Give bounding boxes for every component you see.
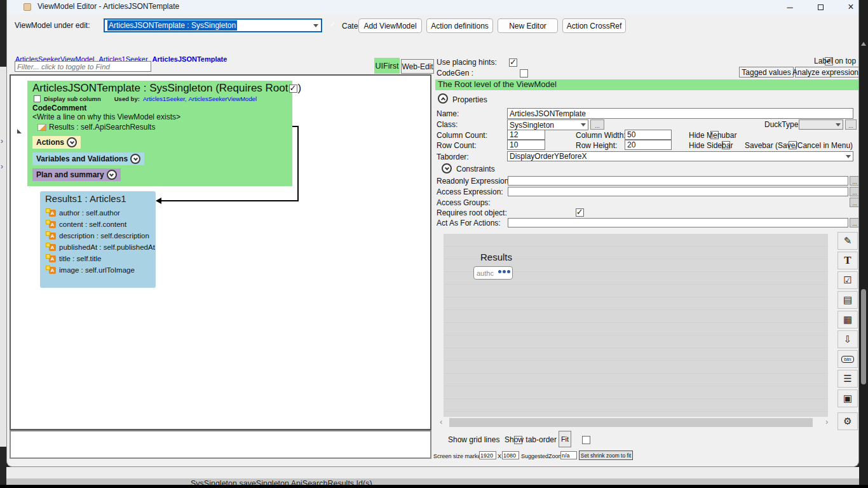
field-text: image : self.urlToImage [59,266,135,274]
suggested-zoom-input[interactable] [560,451,577,459]
class-browse-button[interactable]: ... [590,119,604,130]
row-height-input[interactable] [625,140,672,150]
plan-section-chip[interactable]: Plan and summary [32,168,121,181]
checkbox-tool-icon[interactable]: ☑ [837,271,858,289]
preview-field-text: authc [477,269,494,277]
class-select[interactable]: SysSingleton [507,119,588,130]
row-count-input[interactable] [507,140,545,150]
constraints-collapse-button[interactable] [442,163,452,173]
layout-preview[interactable]: Results authc [444,234,828,417]
results-block[interactable]: Results1 : Articles1 Aauthor : self.auth… [40,191,156,288]
codegen-checkbox[interactable] [520,69,528,78]
access-expression-input[interactable] [508,187,848,196]
screen-bottom-bar [0,485,868,488]
results-reference-row[interactable]: Results : self.ApiSearchResults [37,123,287,132]
field-row-author[interactable]: Aauthor : self.author [45,207,151,219]
ducktype-browse-button[interactable]: ... [845,119,857,130]
tagged-values-button[interactable]: Tagged values [739,67,794,78]
name-label: Name: [437,109,459,118]
field-row-description[interactable]: Adescription : self.description [45,230,151,241]
requires-root-checkbox[interactable] [289,85,297,93]
drag-handle-dots-icon[interactable] [497,270,510,273]
object-tool-icon[interactable]: ▣ [837,390,858,407]
access-expression-browse-button[interactable]: ... [850,187,859,196]
image-drop-icon: ⇩ [844,334,852,345]
readonly-expression-label: Readonly Expression: [437,177,511,186]
display-sub-column-label: Display sub column [44,95,101,102]
dropdown-tool-icon[interactable]: ▤ [837,291,858,309]
field-row-publishedat[interactable]: ApublishedAt : self.publishedAt [45,241,151,253]
chevron-down-icon [836,123,841,126]
column-count-input[interactable] [507,130,545,140]
root-viewmodel-block[interactable]: ArticlesJSONTemplate : SysSingleton (Req… [27,81,292,186]
button-tool-icon[interactable]: btn [837,350,858,368]
set-shrink-zoom-button[interactable]: Set shrink zoom to fit [579,451,633,460]
pencil-icon: ✎ [844,235,852,247]
add-viewmodel-button[interactable]: Add ViewModel [358,18,422,33]
background-window-strip [6,467,859,478]
use-placing-hints-label: Use placing hints: [437,58,497,67]
access-groups-browse-button[interactable]: ... [850,198,859,207]
field-row-title[interactable]: Atitle : self.title [45,253,151,264]
horizontal-scrollbar[interactable] [449,418,813,427]
used-by-link-articles1seeker[interactable]: Articles1Seeker, [143,95,187,102]
name-input[interactable] [507,108,853,119]
scroll-left-arrow[interactable]: ‹ [440,417,442,426]
used-by-link-articlesseekerviewmodel[interactable]: ArticlesSeekerViewModel [189,95,257,102]
plan-expand-button[interactable] [107,170,117,180]
preview-field-chip[interactable]: authc [473,266,513,280]
close-button[interactable]: × [836,0,859,14]
calendar-tool-icon[interactable]: ▦ [837,311,858,329]
readonly-expression-browse-button[interactable]: ... [850,176,859,186]
settings-tool-icon[interactable]: ⚙ [837,412,858,430]
requires-root-object-checkbox[interactable] [576,208,584,217]
uifirst-button[interactable]: UIFirst [374,58,400,74]
fit-button[interactable]: Fit [559,431,571,447]
marker-width-input[interactable] [479,451,496,459]
variables-section-chip[interactable]: Variables and Validations [32,152,144,165]
filter-input[interactable] [15,61,151,72]
maximize-button[interactable] [806,0,835,14]
readonly-expression-input[interactable] [508,176,848,186]
taborder-select[interactable]: DisplayOrderYBeforeX [507,151,853,161]
field-row-content[interactable]: Acontent : self.content [45,219,151,230]
edge-expand-chevron[interactable]: › [1,162,3,171]
chevron-down-icon [313,24,318,27]
image-tool-icon[interactable]: ⇩ [837,330,858,348]
variables-expand-button[interactable] [130,154,140,164]
column-width-input[interactable] [625,130,672,140]
breadcrumb-link-articlesjsontemplate[interactable]: ArticlesJSONTemplate [153,55,227,63]
analyze-expressions-button[interactable]: Analyze expressions [795,67,859,78]
minimize-button[interactable]: ─ [775,0,804,14]
attribute-icon: A [49,210,56,217]
field-row-image[interactable]: Aimage : self.urlToImage [45,264,151,276]
actions-expand-button[interactable] [67,137,77,147]
text-tool-icon[interactable]: T [837,252,858,269]
ducktype-select[interactable] [799,119,843,130]
action-definitions-button[interactable]: Action definitions [426,18,493,33]
list-tool-icon[interactable]: ☰ [837,370,858,388]
use-placing-hints-checkbox[interactable] [509,58,517,67]
viewmodel-combobox[interactable]: ArticlesJSONTemplate : SysSingleton [104,18,322,32]
edit-tool-icon[interactable]: ✎ [837,232,858,250]
action-crossref-button[interactable]: Action CrossRef [562,18,626,33]
field-text: description : self.description [59,232,149,240]
act-as-for-actions-input[interactable] [508,218,848,227]
fold-marker-icon [17,129,22,133]
scroll-right-arrow[interactable]: › [825,417,828,426]
display-sub-column-checkbox[interactable] [34,95,41,102]
new-editor-button[interactable]: New Editor [498,18,558,33]
marker-height-input[interactable] [502,451,519,459]
act-as-browse-button[interactable]: ... [850,218,859,227]
taborder-label: Taborder: [437,152,469,161]
checkbox-icon: ☑ [843,274,851,286]
design-canvas[interactable]: ArticlesJSONTemplate : SysSingleton (Req… [10,74,431,430]
edge-expand-chevron[interactable]: › [1,137,3,146]
attribute-icon: A [49,267,56,274]
vertical-scrollbar-thumb[interactable] [861,289,866,384]
properties-collapse-button[interactable] [438,93,448,104]
actions-section-chip[interactable]: Actions [32,136,81,149]
act-as-for-actions-label: Act As For Actions: [437,219,501,227]
show-tab-order-checkbox[interactable] [582,436,590,444]
web-edit-button[interactable]: Web-Edit [401,59,434,74]
